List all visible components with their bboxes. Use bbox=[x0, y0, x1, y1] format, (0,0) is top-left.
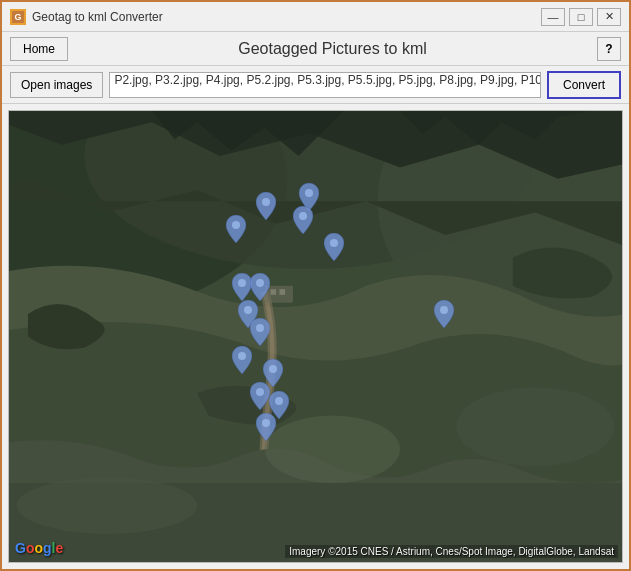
app-title: Geotagged Pictures to kml bbox=[68, 40, 597, 58]
svg-point-7 bbox=[265, 415, 400, 483]
svg-point-19 bbox=[256, 279, 264, 287]
title-bar: G Geotag to kml Converter — □ ✕ bbox=[2, 2, 629, 32]
map-attribution: Imagery ©2015 CNES / Astrium, Cnes/Spot … bbox=[285, 545, 618, 558]
svg-point-13 bbox=[232, 221, 240, 229]
svg-rect-12 bbox=[279, 289, 285, 295]
convert-button[interactable]: Convert bbox=[547, 71, 621, 99]
google-logo: Google bbox=[15, 540, 63, 556]
home-button[interactable]: Home bbox=[10, 37, 68, 61]
svg-point-8 bbox=[17, 477, 197, 533]
map-pin bbox=[434, 300, 454, 328]
open-images-button[interactable]: Open images bbox=[10, 72, 103, 98]
map-pin bbox=[226, 215, 246, 243]
svg-point-9 bbox=[456, 387, 614, 466]
map-pin bbox=[256, 192, 276, 220]
toolbar: Open images P2.jpg, P3.2.jpg, P4.jpg, P5… bbox=[2, 66, 629, 104]
minimize-button[interactable]: — bbox=[541, 8, 565, 26]
app-icon: G bbox=[10, 9, 26, 25]
map-pin bbox=[250, 318, 270, 346]
svg-point-18 bbox=[238, 279, 246, 287]
window-controls: — □ ✕ bbox=[541, 8, 621, 26]
svg-rect-11 bbox=[270, 289, 276, 295]
maximize-button[interactable]: □ bbox=[569, 8, 593, 26]
app-window: G Geotag to kml Converter — □ ✕ Home Geo… bbox=[0, 0, 631, 571]
svg-point-22 bbox=[238, 352, 246, 360]
close-button[interactable]: ✕ bbox=[597, 8, 621, 26]
svg-point-25 bbox=[275, 397, 283, 405]
svg-point-16 bbox=[299, 212, 307, 220]
map-pin bbox=[250, 382, 270, 410]
map-background bbox=[9, 111, 622, 562]
map-pin bbox=[324, 233, 344, 261]
svg-point-27 bbox=[440, 306, 448, 314]
map-pin bbox=[293, 206, 313, 234]
svg-point-20 bbox=[244, 306, 252, 314]
map-pin bbox=[232, 273, 252, 301]
window-title: Geotag to kml Converter bbox=[32, 10, 541, 24]
map-pin bbox=[250, 273, 270, 301]
map-container[interactable]: Google Imagery ©2015 CNES / Astrium, Cne… bbox=[8, 110, 623, 563]
file-list-display: P2.jpg, P3.2.jpg, P4.jpg, P5.2.jpg, P5.3… bbox=[109, 72, 541, 98]
map-pin bbox=[232, 346, 252, 374]
svg-point-15 bbox=[305, 189, 313, 197]
svg-point-23 bbox=[269, 365, 277, 373]
svg-point-21 bbox=[256, 324, 264, 332]
svg-point-24 bbox=[256, 388, 264, 396]
svg-point-26 bbox=[262, 419, 270, 427]
svg-point-17 bbox=[330, 239, 338, 247]
svg-text:G: G bbox=[14, 12, 21, 22]
help-button[interactable]: ? bbox=[597, 37, 621, 61]
svg-point-14 bbox=[262, 198, 270, 206]
menu-bar: Home Geotagged Pictures to kml ? bbox=[2, 32, 629, 66]
map-pin bbox=[256, 413, 276, 441]
